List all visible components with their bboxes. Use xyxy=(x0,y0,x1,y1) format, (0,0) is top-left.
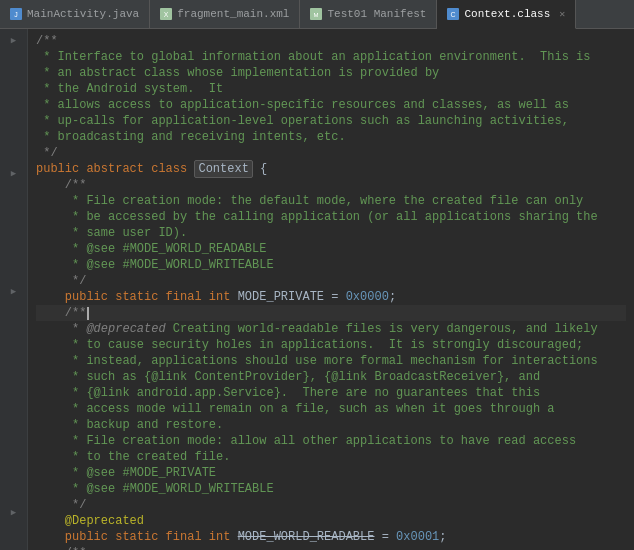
tab-test01-manifest[interactable]: M Test01 Manifest xyxy=(300,0,437,28)
fold-arrow[interactable]: ▶ xyxy=(11,35,16,46)
gutter-row xyxy=(0,48,27,63)
code-line: */ xyxy=(36,145,626,161)
svg-text:M: M xyxy=(314,12,319,18)
tab-close-button[interactable]: ✕ xyxy=(559,8,565,20)
code-line: * be accessed by the calling application… xyxy=(36,209,626,225)
xml-file-icon: X xyxy=(160,8,172,20)
gutter-row: ▶ xyxy=(0,506,27,521)
gutter-row xyxy=(0,210,27,225)
code-line: * allows access to application-specific … xyxy=(36,97,626,113)
gutter-row xyxy=(0,299,27,314)
gutter-row xyxy=(0,476,27,491)
gutter-row xyxy=(0,520,27,535)
gutter-row xyxy=(0,446,27,461)
gutter-row xyxy=(0,225,27,240)
gutter-row xyxy=(0,269,27,284)
code-line: * backup and restore. xyxy=(36,417,626,433)
class-file-icon: C xyxy=(447,8,459,20)
gutter-row xyxy=(0,240,27,255)
gutter-row xyxy=(0,535,27,550)
code-line: */ xyxy=(36,273,626,289)
code-line: public abstract class Context { xyxy=(36,161,626,177)
fold-arrow[interactable]: ▶ xyxy=(11,168,16,179)
editor-gutter: ▶ ▶ ▶ ▶ xyxy=(0,29,28,550)
code-line: * File creation mode: the default mode, … xyxy=(36,193,626,209)
fold-arrow[interactable]: ▶ xyxy=(11,286,16,297)
fold-arrow[interactable]: ▶ xyxy=(11,507,16,518)
tab-label: fragment_main.xml xyxy=(177,8,289,20)
code-line: * access mode will remain on a file, suc… xyxy=(36,401,626,417)
gutter-row xyxy=(0,417,27,432)
tab-label: Test01 Manifest xyxy=(327,8,426,20)
gutter-row xyxy=(0,92,27,107)
code-line: * to the created file. xyxy=(36,449,626,465)
code-line: public static final int MODE_WORLD_READA… xyxy=(36,529,626,545)
tab-label: Context.class xyxy=(464,8,550,20)
tab-main-activity[interactable]: J MainActivity.java xyxy=(0,0,150,28)
code-line: */ xyxy=(36,497,626,513)
gutter-row xyxy=(0,328,27,343)
tab-bar: J MainActivity.java X fragment_main.xml … xyxy=(0,0,634,29)
code-line: * Interface to global information about … xyxy=(36,49,626,65)
gutter-row xyxy=(0,491,27,506)
manifest-file-icon: M xyxy=(310,8,322,20)
svg-text:X: X xyxy=(164,11,169,18)
tab-fragment-main[interactable]: X fragment_main.xml xyxy=(150,0,300,28)
code-line: * an abstract class whose implementation… xyxy=(36,65,626,81)
gutter-row xyxy=(0,358,27,373)
java-file-icon: J xyxy=(10,8,22,20)
code-line: * same user ID). xyxy=(36,225,626,241)
code-line: * @see #MODE_WORLD_READABLE xyxy=(36,241,626,257)
code-content[interactable]: /** * Interface to global information ab… xyxy=(28,29,634,550)
gutter-row: ▶ xyxy=(0,33,27,48)
tab-context-class[interactable]: C Context.class ✕ xyxy=(437,0,576,29)
code-line: * @see #MODE_PRIVATE xyxy=(36,465,626,481)
code-line: * such as {@link ContentProvider}, {@lin… xyxy=(36,369,626,385)
code-line: * @deprecated Creating world-readable fi… xyxy=(36,321,626,337)
gutter-row xyxy=(0,195,27,210)
code-line: * to cause security holes in application… xyxy=(36,337,626,353)
gutter-row xyxy=(0,151,27,166)
code-line: /** xyxy=(36,177,626,193)
gutter-row: ▶ xyxy=(0,284,27,299)
gutter-row xyxy=(0,136,27,151)
gutter-row: ▶ xyxy=(0,166,27,181)
code-line: * @see #MODE_WORLD_WRITEABLE xyxy=(36,481,626,497)
code-line: @Deprecated xyxy=(36,513,626,529)
code-line: /** xyxy=(36,305,626,321)
gutter-row xyxy=(0,373,27,388)
gutter-row xyxy=(0,387,27,402)
gutter-row xyxy=(0,77,27,92)
gutter-row xyxy=(0,343,27,358)
tab-label: MainActivity.java xyxy=(27,8,139,20)
gutter-row xyxy=(0,181,27,196)
code-line: * the Android system. It xyxy=(36,81,626,97)
gutter-row xyxy=(0,461,27,476)
code-line: * @see #MODE_WORLD_WRITEABLE xyxy=(36,257,626,273)
code-line: /** xyxy=(36,33,626,49)
code-line: * broadcasting and receiving intents, et… xyxy=(36,129,626,145)
gutter-row xyxy=(0,402,27,417)
code-line: public static final int MODE_PRIVATE = 0… xyxy=(36,289,626,305)
code-line: * instead, applications should use more … xyxy=(36,353,626,369)
code-line: * {@link android.app.Service}. There are… xyxy=(36,385,626,401)
svg-text:J: J xyxy=(14,11,18,18)
gutter-row xyxy=(0,107,27,122)
gutter-row xyxy=(0,432,27,447)
gutter-row xyxy=(0,63,27,78)
gutter-row xyxy=(0,254,27,269)
code-line: /** xyxy=(36,545,626,550)
gutter-row xyxy=(0,314,27,329)
code-line: * File creation mode: allow all other ap… xyxy=(36,433,626,449)
code-line: * up-calls for application-level operati… xyxy=(36,113,626,129)
editor-area: ▶ ▶ ▶ ▶ /** xyxy=(0,29,634,550)
svg-text:C: C xyxy=(451,11,456,18)
gutter-row xyxy=(0,122,27,137)
